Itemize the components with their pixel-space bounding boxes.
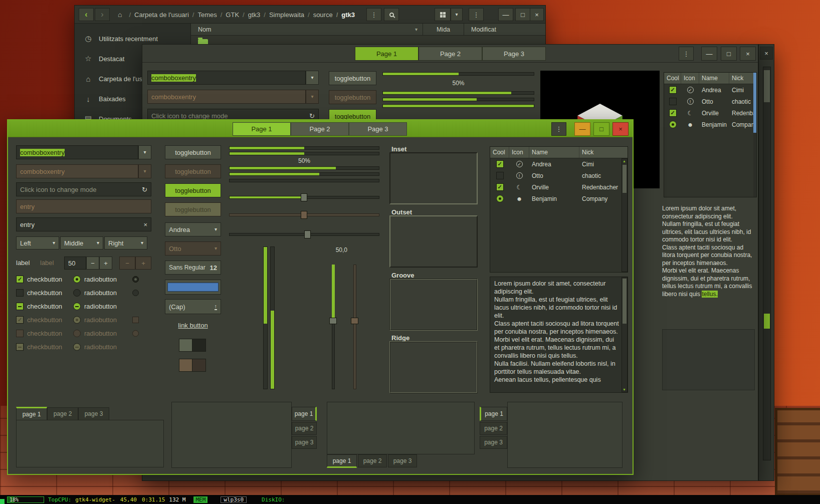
notebook-d-tab-page3[interactable]: page 3 [480,436,507,449]
checkbox-checked[interactable] [669,109,677,117]
scrollbar-indicator[interactable] [764,314,770,329]
switch-off[interactable] [179,339,206,352]
table-row[interactable]: ! Otto chaotic [664,96,756,107]
breadcrumb-segment[interactable]: gtk3 [239,11,260,19]
scrollbar-thumb[interactable] [623,165,627,193]
radiobutton-unchecked[interactable]: radiobutton [73,289,117,297]
radiobutton-mixed[interactable]: radiobutton [73,303,117,310]
search-button[interactable] [384,8,399,21]
togglebutton[interactable]: togglebutton [329,71,376,85]
combobox-right[interactable]: Right▾ [104,236,147,249]
tree-scrollbar[interactable] [753,73,756,197]
textview[interactable]: Lorem ipsum dolor sit amet, consectetur … [490,277,628,393]
breadcrumb-segment[interactable]: source [304,11,333,19]
back-button[interactable]: ‹ [79,8,94,21]
notebook-c-tab-page3[interactable]: page 3 [388,454,417,467]
column-name[interactable]: Nom▾ [191,24,423,35]
textview-scrollbar[interactable]: ▼ [622,277,628,392]
checkbutton-mixed[interactable]: checkbutton [16,303,62,310]
slider-handle[interactable] [329,318,337,324]
close-button[interactable]: × [612,122,629,136]
breadcrumb-segment[interactable]: Carpeta de l'usuari [125,11,188,19]
clear-icon[interactable]: × [143,221,147,228]
checkbutton-unchecked[interactable]: checkbutton [16,289,62,297]
minimize-button[interactable]: — [574,122,590,136]
column-cool[interactable]: Cool [664,73,681,84]
maximize-button[interactable]: □ [515,8,530,21]
comboboxentry-input[interactable]: comboboxentry [147,71,306,85]
hscale[interactable] [229,230,379,238]
table-row[interactable]: ! Otto chaotic [490,170,628,181]
checkbox-checked[interactable] [669,86,677,94]
notebook-c-tab-page2[interactable]: page 2 [358,454,387,467]
radiobutton-plain[interactable] [132,276,139,283]
checkbutton-checked[interactable]: checkbutton [16,276,62,283]
togglebutton-active[interactable]: togglebutton [165,183,221,197]
view-options-button[interactable]: ▾ [451,8,463,21]
column-cool[interactable]: Cool [490,147,509,158]
radio-checked[interactable] [669,121,677,128]
tab-page3[interactable]: Page 3 [349,122,407,136]
mode-entry[interactable]: Click icon to change mode↻ [16,182,151,196]
view-grid-button[interactable] [435,8,451,21]
close-button[interactable]: × [760,47,773,60]
column-name[interactable]: Name [529,147,579,158]
notebook-a-tab-page2[interactable]: page 2 [47,407,78,420]
secondary-menu-button[interactable]: ⋮ [469,8,484,21]
column-size[interactable]: Mida [423,24,464,35]
table-row[interactable]: ☾ Orville Redenbacher [490,181,628,193]
menu-button[interactable]: ⋮ [551,122,566,136]
notebook-c-tab-page1[interactable]: page 1 [327,454,357,468]
spinbutton-value[interactable]: 50 [64,257,86,270]
refresh-icon[interactable]: ↻ [142,186,147,193]
radiobutton-plain[interactable] [132,290,139,296]
scrollbar-thumb[interactable] [623,279,627,324]
table-row[interactable]: ✓ Andrea Cimi [664,84,756,96]
scroll-down-icon[interactable]: ▼ [623,388,626,391]
tab-page1[interactable]: Page 1 [355,47,419,61]
maximize-button[interactable]: □ [593,122,609,136]
menu-button[interactable]: ⋮ [366,8,381,21]
side-text[interactable]: Lorem ipsum dolor sit amet, consectetur … [662,205,754,324]
slider-handle[interactable] [304,230,311,238]
column-name[interactable]: Name [699,73,729,84]
table-row[interactable]: ☻ Benjamin Company [664,119,756,130]
scrollbar-thumb[interactable] [753,73,756,133]
menu-button[interactable]: ⋮ [679,47,694,61]
titlebar[interactable]: Page 1 Page 2 Page 3 ⋮ — □ × [142,45,758,63]
close-button[interactable]: × [740,47,756,61]
radiobutton-checked[interactable]: radiobutton [73,276,117,283]
notebook-d-tab-page1[interactable]: page 1 [480,407,507,421]
combobox-arrow-button[interactable]: ▾ [306,71,319,85]
checkbox-unchecked[interactable] [496,172,504,179]
spin-minus-button[interactable]: − [86,257,99,270]
slider-handle[interactable] [301,193,307,201]
notebook-b-tab-page2[interactable]: page 2 [292,422,317,435]
checkbox-checked[interactable] [496,183,504,191]
tree-scrollbar[interactable]: ▲ [622,158,628,272]
table-row[interactable]: ☾ Orville Redenbacher [664,107,756,119]
switch-handle[interactable] [179,339,192,351]
notebook-d-tab-page2[interactable]: page 2 [480,422,507,435]
notebook-b-tab-page1[interactable]: page 1 [292,407,317,421]
forward-button[interactable]: › [95,8,110,21]
tab-page1[interactable]: Page 1 [233,122,291,136]
checkbox-unchecked[interactable] [669,98,677,105]
cpu-meter[interactable]: 18% [7,496,44,503]
mem-badge[interactable]: MEM [193,496,208,503]
comboboxentry-input[interactable]: comboboxentry [16,145,138,159]
breadcrumb-segment[interactable]: GTK [217,11,239,19]
breadcrumb[interactable]: ⌂ Carpeta de l'usuari Temes GTK gtk3 Sim… [118,6,355,24]
minimize-button[interactable]: — [701,47,717,61]
tab-page2[interactable]: Page 2 [419,47,482,61]
close-button[interactable]: × [530,8,544,21]
combobox-arrow-button[interactable]: ▾ [138,145,151,159]
link-button[interactable]: link button [178,322,208,329]
network-interface[interactable]: wlp3s0 [221,496,247,503]
color-button[interactable] [165,280,221,295]
notebook-b-tab-page3[interactable]: page 3 [292,436,317,449]
notebook-a-tab-page1[interactable]: page 1 [16,407,47,420]
scroll-up-icon[interactable]: ▲ [623,159,626,163]
combobox-left[interactable]: Left▾ [16,236,59,249]
table-row[interactable]: ✓ Andrea Cimi [490,158,628,170]
